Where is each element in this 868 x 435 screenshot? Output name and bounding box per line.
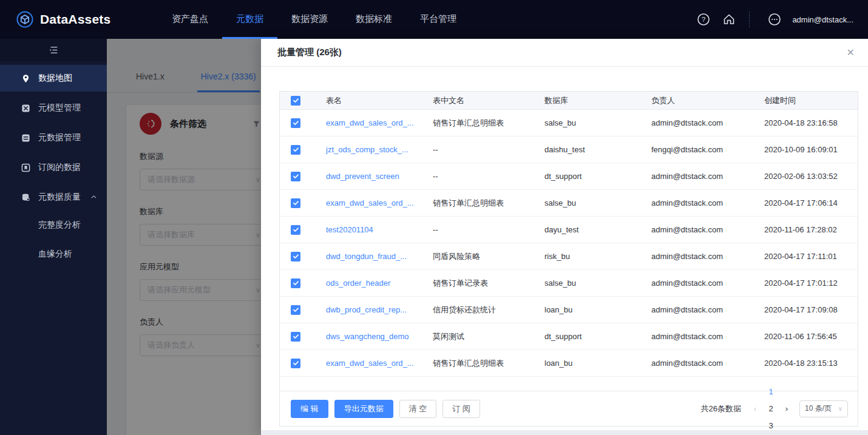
owner-cell: admin@dtstack.com xyxy=(651,225,764,234)
nav-item-3[interactable]: 数据资源 xyxy=(277,0,342,39)
pagination-page-2[interactable]: 2 xyxy=(764,400,778,417)
edit-button[interactable]: 编 辑 xyxy=(291,400,328,418)
table-name-link[interactable]: exam_dwd_sales_ord_... xyxy=(326,198,433,207)
created-time-cell: 2020-10-09 16:09:01 xyxy=(764,145,858,154)
database-cell: loan_bu xyxy=(544,359,651,368)
database-cell: risk_bu xyxy=(544,252,651,261)
select-all-checkbox[interactable] xyxy=(291,96,300,106)
database-cell: salse_bu xyxy=(544,198,651,207)
table-name-link[interactable]: jzt_ods_comp_stock_... xyxy=(326,145,433,154)
quality-icon xyxy=(21,192,30,202)
row-checkbox[interactable] xyxy=(291,198,300,208)
database-cell: dayu_test xyxy=(544,225,651,234)
database-icon xyxy=(21,133,30,143)
table-row: exam_dwd_sales_ord_...销售订单汇总明细表salse_bua… xyxy=(280,190,858,217)
pagination-total: 共26条数据 xyxy=(701,403,741,414)
nav-item-2[interactable]: 元数据 xyxy=(222,0,277,39)
owner-cell: admin@dtstack.com xyxy=(651,118,764,127)
sidebar-item-3[interactable]: 元数据管理 xyxy=(0,124,107,151)
table-name-link[interactable]: dwb_prod_credit_rep... xyxy=(326,305,433,314)
table-name-link[interactable]: exam_dwd_sales_ord_... xyxy=(326,118,433,127)
page-size-select[interactable]: 10 条/页 ∨ xyxy=(799,400,848,417)
table-name-link[interactable]: dws_wangcheng_demo xyxy=(326,332,433,341)
sidebar-item-5[interactable]: 元数据质量 xyxy=(0,184,107,211)
table-cname-cell: 销售订单汇总明细表 xyxy=(433,118,544,129)
model-icon xyxy=(21,103,30,113)
row-checkbox[interactable] xyxy=(291,305,300,315)
table-cname-cell: 销售订单记录表 xyxy=(433,278,544,289)
table-cname-cell: -- xyxy=(433,172,544,181)
table-name-link[interactable]: ods_order_header xyxy=(326,278,433,288)
created-time-cell: 2020-04-17 17:01:12 xyxy=(764,278,858,288)
table-row: dwb_prod_credit_rep...信用贷标还款统计loan_buadm… xyxy=(280,297,858,323)
table-name-link[interactable]: test20201104 xyxy=(326,225,433,234)
sidebar-subitem-1[interactable]: 完整度分析 xyxy=(0,211,107,240)
database-cell: salse_bu xyxy=(544,278,651,288)
table-row: ods_order_header销售订单记录表salse_buadmin@dts… xyxy=(280,270,858,297)
owner-cell: admin@dtstack.com xyxy=(651,305,764,314)
table-cname-cell: -- xyxy=(433,225,544,234)
logo-cube-icon xyxy=(16,10,34,29)
created-time-cell: 2020-02-06 13:03:52 xyxy=(764,172,858,181)
created-time-cell: 2020-11-06 17:28:02 xyxy=(764,225,858,234)
owner-cell: admin@dtstack.com xyxy=(651,198,764,207)
row-checkbox[interactable] xyxy=(291,118,300,128)
row-checkbox[interactable] xyxy=(291,172,300,181)
pagination-page-1[interactable]: 1 xyxy=(764,383,778,400)
message-icon[interactable] xyxy=(768,13,781,26)
table-cname-cell: 销售订单汇总明细表 xyxy=(433,358,544,369)
owner-cell: admin@dtstack.com xyxy=(651,278,764,288)
table-row: dws_wangcheng_demo莫闲测试dt_supportadmin@dt… xyxy=(280,323,858,350)
sidebar-item-2[interactable]: 元模型管理 xyxy=(0,95,107,121)
created-time-cell: 2020-04-17 17:06:14 xyxy=(764,198,858,207)
row-checkbox[interactable] xyxy=(291,252,300,261)
table-name-link[interactable]: dwd_prevent_screen xyxy=(326,172,433,181)
database-cell: loan_bu xyxy=(544,305,651,314)
bookmark-icon xyxy=(21,163,30,172)
nav-item-4[interactable]: 数据标准 xyxy=(342,0,406,39)
nav-item-5[interactable]: 平台管理 xyxy=(406,0,470,39)
row-checkbox[interactable] xyxy=(291,332,300,342)
table-name-link[interactable]: exam_dwd_sales_ord_... xyxy=(326,359,433,368)
sidebar-item-4[interactable]: 订阅的数据 xyxy=(0,154,107,181)
table-cname-cell: -- xyxy=(433,145,544,154)
row-checkbox[interactable] xyxy=(291,145,300,155)
column-header-5: 创建时间 xyxy=(764,95,858,106)
clear-button[interactable]: 清 空 xyxy=(399,400,437,418)
close-icon[interactable]: ✕ xyxy=(847,48,855,58)
sidebar-item-label: 元数据质量 xyxy=(38,192,81,203)
row-checkbox[interactable] xyxy=(291,225,300,235)
sidebar-item-label: 数据地图 xyxy=(38,73,72,84)
table-cname-cell: 同盾风险策略 xyxy=(433,251,544,262)
column-header-3: 数据库 xyxy=(544,95,651,106)
nav-item-1[interactable]: 资产盘点 xyxy=(158,0,222,39)
top-navbar: DataAssets 资产盘点元数据数据资源数据标准平台管理 ? admin@d… xyxy=(0,0,868,39)
pagination-prev-icon[interactable]: ‹ xyxy=(748,400,762,417)
row-checkbox[interactable] xyxy=(291,278,300,288)
database-cell: salse_bu xyxy=(544,118,651,127)
database-cell: dt_support xyxy=(544,172,651,181)
logo-text: DataAssets xyxy=(40,12,110,27)
user-account[interactable]: admin@dtstack... xyxy=(792,15,853,24)
row-checkbox[interactable] xyxy=(291,359,300,368)
sidebar-subitem-2[interactable]: 血缘分析 xyxy=(0,240,107,269)
created-time-cell: 2020-04-18 23:15:13 xyxy=(764,359,858,368)
subscribe-button[interactable]: 订 阅 xyxy=(442,400,480,418)
sidebar: 数据地图元模型管理元数据管理订阅的数据元数据质量完整度分析血缘分析 xyxy=(0,39,107,435)
sidebar-item-1[interactable]: 数据地图 xyxy=(0,65,107,92)
table-cname-cell: 信用贷标还款统计 xyxy=(433,305,544,315)
pagination-page-3[interactable]: 3 xyxy=(764,417,778,434)
topnav-divider xyxy=(749,12,750,27)
table-row: dwd_prevent_screen--dt_supportadmin@dtst… xyxy=(280,163,858,190)
home-icon[interactable] xyxy=(722,13,736,26)
help-icon[interactable]: ? xyxy=(697,13,710,26)
pagination-next-icon[interactable]: › xyxy=(779,400,794,417)
sidebar-collapse-button[interactable] xyxy=(0,39,107,61)
app-logo[interactable]: DataAssets xyxy=(0,10,141,29)
chevron-down-icon: ∨ xyxy=(838,405,843,412)
column-header-2: 表中文名 xyxy=(433,95,544,106)
table-header-row: 表名表中文名数据库负责人创建时间 xyxy=(280,92,858,110)
table-name-link[interactable]: dwd_tongdun_fraud_... xyxy=(326,252,433,261)
export-metadata-button[interactable]: 导出元数据 xyxy=(334,400,393,418)
location-pin-icon xyxy=(21,73,30,83)
